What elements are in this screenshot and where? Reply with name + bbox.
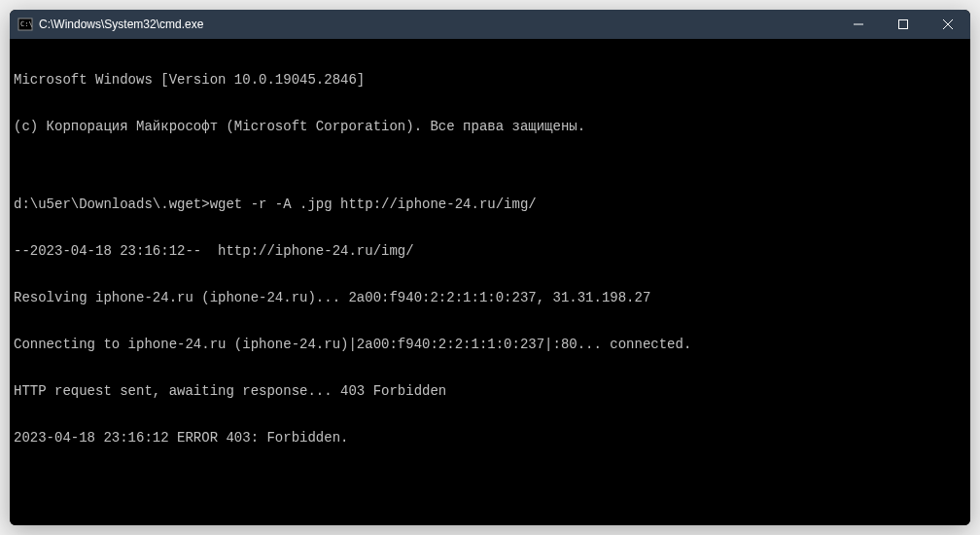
cmd-window: C:\ C:\Windows\System32\cmd.exe Microsof… — [10, 10, 970, 525]
titlebar[interactable]: C:\ C:\Windows\System32\cmd.exe — [10, 10, 970, 39]
terminal-line: (c) Корпорация Майкрософт (Microsoft Cor… — [14, 119, 966, 134]
terminal-line: --2023-04-18 23:16:12-- http://iphone-24… — [14, 243, 966, 259]
terminal-line: Resolving iphone-24.ru (iphone-24.ru)...… — [14, 290, 966, 305]
svg-text:C:\: C:\ — [20, 20, 33, 28]
terminal-line: Microsoft Windows [Version 10.0.19045.28… — [14, 72, 966, 88]
terminal-line: HTTP request sent, awaiting response... … — [14, 383, 966, 399]
cmd-icon: C:\ — [18, 17, 33, 32]
terminal-output[interactable]: Microsoft Windows [Version 10.0.19045.28… — [10, 39, 970, 525]
window-controls — [836, 10, 970, 39]
maximize-button[interactable] — [881, 10, 926, 39]
terminal-line: d:\u5er\Downloads\.wget>wget -r -A .jpg … — [14, 196, 966, 212]
terminal-line: 2023-04-18 23:16:12 ERROR 403: Forbidden… — [14, 430, 966, 446]
window-title: C:\Windows\System32\cmd.exe — [39, 18, 836, 31]
close-button[interactable] — [926, 10, 970, 39]
svg-rect-3 — [899, 20, 908, 29]
minimize-button[interactable] — [836, 10, 881, 39]
terminal-line: Connecting to iphone-24.ru (iphone-24.ru… — [14, 337, 966, 352]
